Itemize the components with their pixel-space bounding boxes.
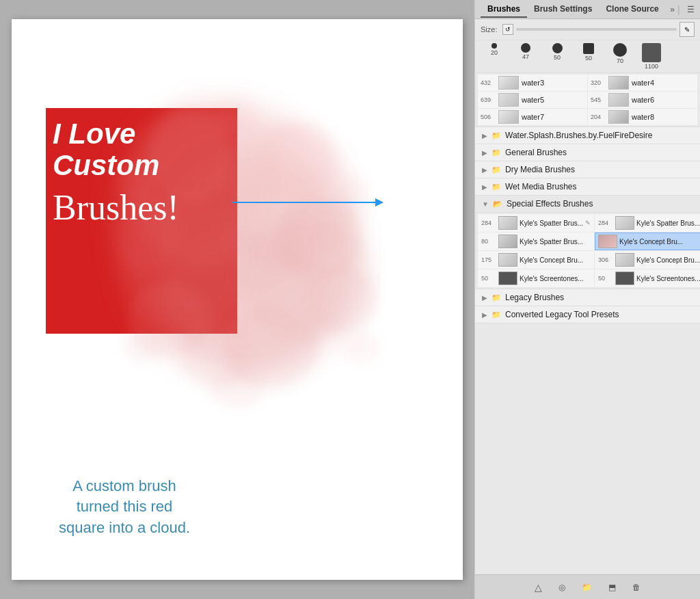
- brush-size-label: 47: [522, 53, 529, 60]
- special-effects-grid: 284 Kyle's Spatter Brus... ✎ 284 Kyle's …: [478, 214, 697, 287]
- folder-special-effects[interactable]: ▼ 📂 Special Effects Brushes: [475, 196, 700, 213]
- svg-point-4: [217, 122, 353, 272]
- panel-more-button[interactable]: »: [670, 5, 675, 14]
- brush-preset-1100[interactable]: 1100: [636, 43, 667, 70]
- folder-icon-symbol: 📁: [492, 131, 501, 140]
- brush-thumbnail: [498, 253, 517, 267]
- se-brush-concept1-selected[interactable]: Kyle's Concept Bru... ✎: [595, 232, 700, 250]
- brush-dot: [552, 43, 563, 53]
- brush-thumbnail: [498, 76, 519, 90]
- folder-dry-media[interactable]: ▶ 📁 Dry Media Brushes: [475, 161, 700, 178]
- svg-point-12: [224, 306, 319, 388]
- brush-water6[interactable]: 545 water6: [588, 92, 697, 108]
- brush-water3[interactable]: 432 water3: [478, 75, 587, 91]
- mask-button[interactable]: △: [532, 581, 545, 594]
- size-label: Size:: [481, 25, 500, 34]
- brush-thumbnail: [608, 76, 629, 90]
- brush-water5[interactable]: 639 water5: [478, 92, 587, 108]
- folder-label: Dry Media Brushes: [505, 165, 693, 174]
- canvas-area: I Love Custom Brushes! A custom brush tu…: [0, 0, 474, 599]
- folder-general-brushes[interactable]: ▶ 📁 General Brushes: [475, 144, 700, 161]
- folder-label: Converted Legacy Tool Presets: [505, 310, 693, 319]
- svg-point-10: [275, 197, 364, 279]
- folder-label: General Brushes: [505, 148, 693, 157]
- se-brush-concept3[interactable]: 306 Kyle's Concept Bru...: [595, 251, 700, 269]
- brush-water8[interactable]: 204 water8: [588, 109, 697, 125]
- brush-size-label: 50: [554, 54, 561, 61]
- brush-size-label: 20: [491, 49, 498, 56]
- brush-dot: [642, 43, 661, 62]
- brush-thumbnail: [615, 216, 634, 230]
- brush-thumbnail: [498, 271, 517, 285]
- brush-thumbnail: [498, 93, 519, 107]
- canvas-line3: Brushes!: [53, 188, 179, 227]
- chevron-right-icon: ▶: [482, 132, 487, 139]
- tab-brushes[interactable]: Brushes: [481, 1, 527, 18]
- chevron-down-icon: ▼: [482, 200, 489, 208]
- brush-water7[interactable]: 506 water7: [478, 109, 587, 125]
- brush-thumbnail: [608, 93, 629, 107]
- delete-button[interactable]: 🗑: [630, 581, 643, 594]
- new-brush-button[interactable]: ⬒: [606, 581, 619, 594]
- size-reset-button[interactable]: ↺: [502, 24, 513, 35]
- size-edit-button[interactable]: ✎: [679, 22, 695, 37]
- brush-thumbnail: [615, 271, 634, 285]
- svg-point-15: [302, 265, 377, 334]
- se-brush-screentones1[interactable]: 50 Kyle's Screentones...: [478, 269, 594, 287]
- folder-label: Wet Media Brushes: [505, 182, 693, 191]
- folder-label: Legacy Brushes: [505, 293, 693, 302]
- size-slider[interactable]: [516, 28, 677, 31]
- brush-size-label: 50: [585, 55, 592, 62]
- new-group-button[interactable]: 📁: [579, 581, 595, 594]
- brush-thumbnail: [598, 235, 617, 248]
- se-brush-spatter1[interactable]: 284 Kyle's Spatter Brus... ✎: [478, 214, 594, 232]
- folder-icon-symbol: 📂: [493, 200, 502, 209]
- size-row: Size: ↺ ✎: [475, 19, 700, 40]
- folder-icon-symbol: 📁: [492, 183, 501, 191]
- folder-wet-media[interactable]: ▶ 📁 Wet Media Brushes: [475, 178, 700, 196]
- tab-brush-settings[interactable]: Brush Settings: [527, 1, 599, 18]
- brush-thumbnail: [498, 110, 519, 124]
- folder-icon-symbol: 📁: [492, 148, 501, 157]
- canvas-caption: A custom brush turned this red square in…: [32, 476, 217, 539]
- panel-bottom-toolbar: △ ◎ 📁 ⬒ 🗑: [475, 574, 700, 599]
- folder-list: ▶ 📁 Water.Splash.Brushes.by.FuelFireDesi…: [475, 127, 700, 323]
- brush-thumbnail: [498, 216, 517, 230]
- svg-point-9: [261, 122, 336, 204]
- panel-menu-button[interactable]: ☰: [687, 5, 695, 14]
- se-brush-spatter3[interactable]: 80 Kyle's Spatter Brus...: [478, 232, 594, 250]
- brush-size-label: 1100: [645, 63, 658, 70]
- se-brush-spatter2[interactable]: 284 Kyle's Spatter Brus... ✎: [595, 214, 700, 232]
- panel-tab-bar: Brushes Brush Settings Clone Source » | …: [475, 0, 700, 19]
- brush-preset-47[interactable]: 47: [511, 43, 541, 70]
- canvas-line2: Custom: [53, 150, 179, 181]
- se-brush-screentones2[interactable]: 50 Kyle's Screentones...: [595, 269, 700, 287]
- folder-legacy-brushes[interactable]: ▶ 📁 Legacy Brushes: [475, 289, 700, 306]
- brush-dot: [583, 43, 594, 54]
- canvas-document: I Love Custom Brushes! A custom brush tu…: [12, 19, 463, 580]
- folder-label: Water.Splash.Brushes.by.FuelFireDesire: [505, 131, 693, 140]
- brush-dot: [521, 43, 530, 53]
- se-brush-concept2[interactable]: 175 Kyle's Concept Bru...: [478, 251, 594, 269]
- brush-preset-20[interactable]: 20: [479, 43, 509, 70]
- svg-point-7: [237, 217, 374, 341]
- options-button[interactable]: ◎: [556, 581, 568, 594]
- brush-preset-70[interactable]: 70: [605, 43, 635, 70]
- chevron-right-icon: ▶: [482, 311, 487, 319]
- brush-water4[interactable]: 320 water4: [588, 75, 697, 91]
- brush-preset-50a[interactable]: 50: [542, 43, 572, 70]
- canvas-text: I Love Custom Brushes!: [53, 118, 179, 228]
- special-effects-content: 284 Kyle's Spatter Brus... ✎ 284 Kyle's …: [475, 213, 700, 289]
- brush-thumbnail: [498, 235, 517, 248]
- brush-presets-row: 20 47 50 50 70 1100: [475, 40, 700, 73]
- folder-water-splash[interactable]: ▶ 📁 Water.Splash.Brushes.by.FuelFireDesi…: [475, 127, 700, 144]
- folder-icon-symbol: 📁: [492, 165, 501, 174]
- svg-point-20: [210, 368, 265, 409]
- folder-converted-legacy[interactable]: ▶ 📁 Converted Legacy Tool Presets: [475, 306, 700, 323]
- chevron-right-icon: ▶: [482, 294, 487, 302]
- tab-clone-source[interactable]: Clone Source: [599, 1, 665, 18]
- brush-dot: [492, 43, 497, 49]
- chevron-right-icon: ▶: [482, 149, 487, 157]
- brushes-panel: Brushes Brush Settings Clone Source » | …: [474, 0, 700, 599]
- brush-preset-50b[interactable]: 50: [574, 43, 604, 70]
